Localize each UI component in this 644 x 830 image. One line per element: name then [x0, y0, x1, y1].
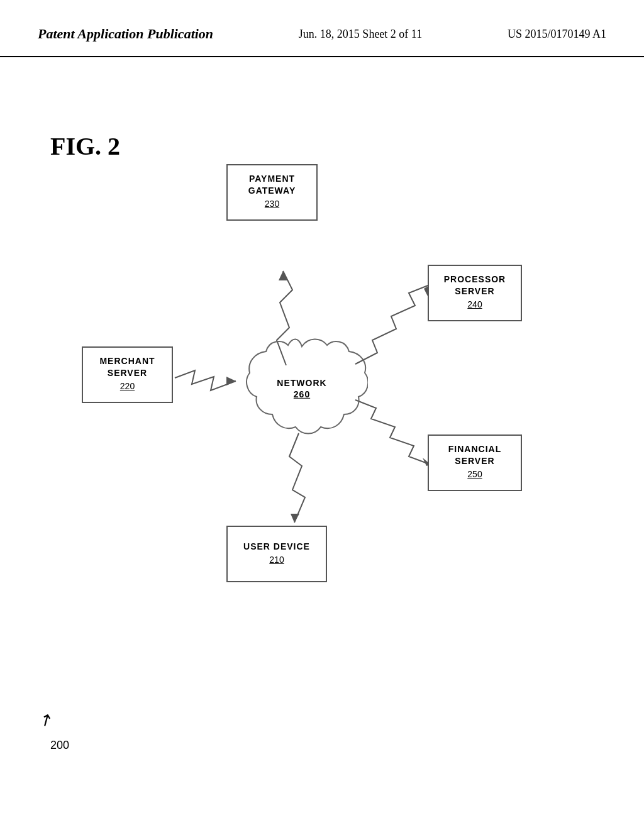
publication-number: US 2015/0170149 A1 [508, 25, 606, 41]
processor-server-label: PROCESSORSERVER [444, 274, 506, 296]
payment-gateway-label: PAYMENTGATEWAY [248, 173, 296, 196]
financial-server-label: FINANCIALSERVER [448, 443, 501, 466]
reference-arrow: ↗ [35, 708, 57, 732]
processor-server-node: PROCESSORSERVER 240 [428, 265, 522, 321]
financial-server-number: 250 [467, 469, 482, 479]
svg-marker-0 [279, 271, 287, 280]
network-label: NETWORK260 [236, 377, 368, 400]
publication-date-sheet: Jun. 18, 2015 Sheet 2 of 11 [299, 25, 422, 41]
diagram-area: FIG. 2 PAYMENTGATEWAY 230 PRO [0, 57, 644, 812]
user-device-label: USER DEVICE [243, 541, 310, 552]
merchant-server-number: 220 [120, 381, 135, 391]
svg-marker-1 [226, 377, 236, 385]
payment-gateway-node: PAYMENTGATEWAY 230 [226, 164, 318, 221]
financial-server-node: FINANCIALSERVER 250 [428, 434, 522, 491]
reference-number: 200 [50, 739, 69, 752]
user-device-node: USER DEVICE 210 [226, 526, 327, 582]
publication-type: Patent Application Publication [38, 25, 213, 43]
processor-server-number: 240 [467, 299, 482, 309]
merchant-server-label: MERCHANTSERVER [99, 355, 155, 378]
user-device-number: 210 [269, 555, 284, 565]
svg-marker-4 [291, 514, 299, 523]
payment-gateway-number: 230 [265, 199, 279, 209]
network-node: NETWORK260 [236, 334, 368, 444]
figure-label: FIG. 2 [50, 133, 120, 160]
page-header: Patent Application Publication Jun. 18, … [0, 0, 644, 57]
fig-text-line1: FIG. 2 [50, 133, 120, 160]
merchant-server-node: MERCHANTSERVER 220 [82, 346, 173, 403]
